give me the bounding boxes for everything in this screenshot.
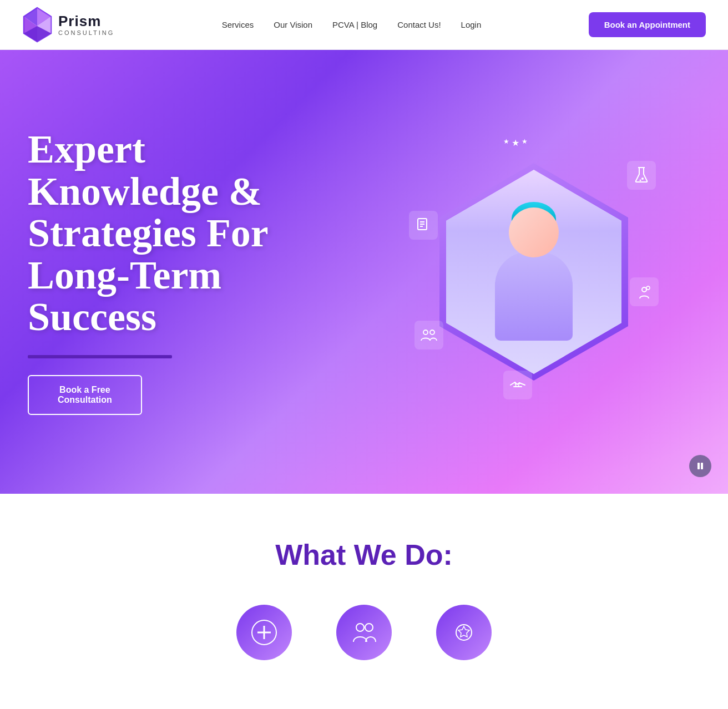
navbar: Prism CONSULTING Services Our Vision PCV… — [0, 0, 728, 50]
hero-title-line3: Strategies For — [28, 211, 269, 255]
svg-point-12 — [640, 180, 641, 181]
logo-link[interactable]: Prism CONSULTING — [22, 7, 114, 43]
service-medical-icon — [250, 619, 278, 646]
service-icon-item-1 — [236, 605, 292, 660]
brand-name: Prism — [58, 13, 114, 29]
service-icon-item-2 — [336, 605, 392, 660]
nav-login[interactable]: Login — [461, 20, 482, 29]
logo-text: Prism CONSULTING — [58, 13, 114, 36]
pause-button[interactable] — [689, 455, 711, 477]
service-people-icon — [350, 619, 378, 646]
hexagon-container: ★ ★ ★ — [406, 128, 661, 416]
what-we-do-section: What We Do: — [0, 494, 728, 693]
hero-illustration: ★ ★ ★ — [340, 50, 728, 494]
hero-title-underline — [28, 355, 172, 358]
service-icon-item-3 — [436, 605, 492, 660]
pause-icon — [696, 462, 705, 470]
nav-services[interactable]: Services — [222, 20, 254, 29]
flask-icon — [627, 161, 656, 190]
logo-icon — [22, 7, 53, 43]
service-finance-icon — [450, 619, 478, 646]
svg-point-13 — [642, 287, 646, 292]
hero-title-line1: Expert — [28, 127, 145, 171]
what-we-do-title: What We Do: — [33, 538, 695, 571]
hero-title: Expert Knowledge & Strategies For Long-T… — [28, 129, 269, 338]
svg-point-24 — [356, 624, 364, 631]
nav-pcva-blog[interactable]: PCVA | Blog — [332, 20, 377, 29]
handshake-icon — [503, 371, 532, 399]
svg-point-14 — [646, 286, 650, 290]
nav-links: Services Our Vision PCVA | Blog Contact … — [222, 20, 482, 30]
stars-rating-icon: ★ ★ ★ — [503, 138, 528, 148]
hero-content: Expert Knowledge & Strategies For Long-T… — [0, 129, 269, 415]
hero-title-line4: Long-Term — [28, 253, 221, 297]
hero-section: Expert Knowledge & Strategies For Long-T… — [0, 50, 728, 494]
hero-title-line5: Success — [28, 295, 156, 339]
nav-contact[interactable]: Contact Us! — [397, 20, 441, 29]
hero-title-line2: Knowledge & — [28, 169, 262, 214]
svg-rect-19 — [697, 463, 700, 469]
team-icon — [414, 321, 443, 350]
svg-point-11 — [641, 178, 644, 180]
svg-point-17 — [423, 330, 428, 335]
document-icon — [409, 211, 438, 240]
nav-book-appointment-button[interactable]: Book an Appointment — [589, 12, 706, 37]
svg-rect-20 — [701, 463, 703, 469]
service-icon-circle-1 — [236, 605, 292, 660]
services-icons-row — [33, 605, 695, 660]
svg-point-25 — [365, 624, 373, 631]
brand-subtitle: CONSULTING — [58, 29, 114, 36]
service-icon-circle-3 — [436, 605, 492, 660]
gear-person-icon — [630, 277, 659, 306]
hero-book-consultation-button[interactable]: Book a FreeConsultation — [28, 375, 142, 415]
service-icon-circle-2 — [336, 605, 392, 660]
svg-point-18 — [430, 330, 434, 335]
nav-our-vision[interactable]: Our Vision — [274, 20, 312, 29]
